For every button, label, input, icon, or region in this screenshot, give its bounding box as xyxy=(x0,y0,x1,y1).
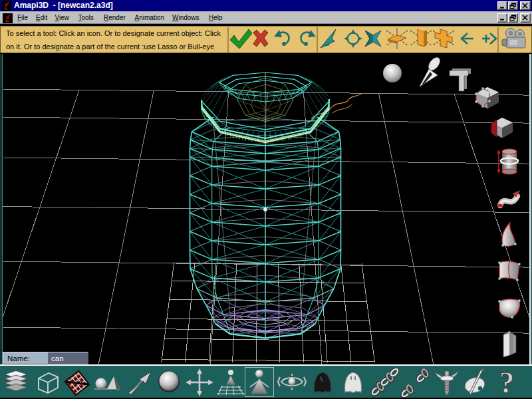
svg-text:?: ? xyxy=(499,366,515,398)
